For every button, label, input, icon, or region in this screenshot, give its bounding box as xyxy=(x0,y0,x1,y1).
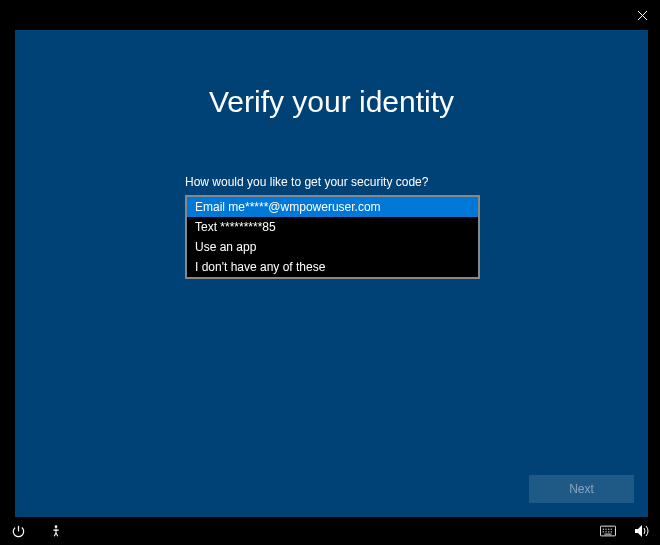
page-title: Verify your identity xyxy=(15,85,648,119)
option-text[interactable]: Text *********85 xyxy=(187,217,478,237)
verification-method-dropdown[interactable]: Email me*****@wmpoweruser.com Text *****… xyxy=(185,195,480,279)
power-icon[interactable] xyxy=(10,523,26,539)
taskbar xyxy=(0,517,660,545)
volume-icon[interactable] xyxy=(634,523,650,539)
option-none[interactable]: I don't have any of these xyxy=(187,257,478,277)
titlebar xyxy=(0,0,660,30)
next-button-label: Next xyxy=(569,482,594,496)
svg-point-2 xyxy=(55,525,58,528)
prompt-text: How would you like to get your security … xyxy=(185,175,428,189)
keyboard-icon[interactable] xyxy=(600,523,616,539)
option-email[interactable]: Email me*****@wmpoweruser.com xyxy=(187,197,478,217)
accessibility-icon[interactable] xyxy=(48,523,64,539)
close-icon[interactable] xyxy=(636,9,648,21)
next-button[interactable]: Next xyxy=(529,475,634,503)
option-app[interactable]: Use an app xyxy=(187,237,478,257)
main-panel: Verify your identity How would you like … xyxy=(15,30,648,517)
